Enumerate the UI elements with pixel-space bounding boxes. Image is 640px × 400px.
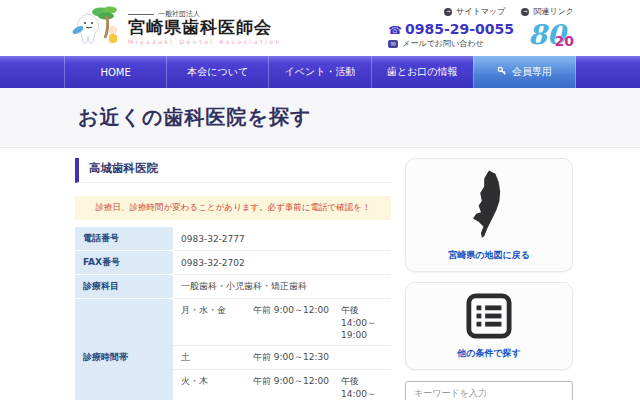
notice-banner: 診療日、診療時間が変わることがあります。必ず事前に電話で確認を！ xyxy=(75,196,391,220)
mail-link[interactable]: メールでお問い合わせ xyxy=(388,39,483,49)
hours-days: 火・木 xyxy=(181,375,253,400)
nav-item-oral-info[interactable]: 歯とお口の情報 xyxy=(371,56,473,88)
hours-am: 午前 9:00～12:00 xyxy=(253,375,341,400)
table-row: 電話番号 0983-32-2777 xyxy=(75,227,391,251)
clinic-name: 高城歯科医院 xyxy=(75,158,391,183)
key-icon xyxy=(497,66,507,78)
main-nav: HOME 本会について イベント・活動 歯とお口の情報 会員専用 xyxy=(0,56,640,88)
row-label: 診療科目 xyxy=(75,275,173,299)
header-right: サイトマップ 関連リンク 0985-29-0055 メールでお問い合わせ 80 xyxy=(388,6,574,50)
row-label: FAX番号 xyxy=(75,251,173,275)
other-conditions-link[interactable]: 他の条件で探す xyxy=(414,347,564,360)
hours-pm: 午後 14:00～18:00 xyxy=(341,375,383,400)
hours-pm: 午後 14:00～19:00 xyxy=(341,304,383,340)
row-value: 0983-32-2777 xyxy=(173,227,391,251)
site-title: 宮崎県歯科医師会 xyxy=(128,18,282,38)
nav-item-events[interactable]: イベント・活動 xyxy=(268,56,370,88)
content: 高城歯科医院 診療日、診療時間が変わることがあります。必ず事前に電話で確認を！ … xyxy=(0,148,640,400)
clinic-detail: 高城歯科医院 診療日、診療時間が変わることがあります。必ず事前に電話で確認を！ … xyxy=(75,158,391,400)
contact-block: 0985-29-0055 メールでお問い合わせ xyxy=(388,21,514,49)
miyazaki-map-icon xyxy=(463,226,515,245)
sidebar: 宮崎県の地図に戻る 他の条件で探す フリーワード検索 xyxy=(405,158,573,400)
site-subtitle-en: Miyazaki Dental Association xyxy=(128,39,282,46)
other-search-card[interactable]: 他の条件で探す xyxy=(405,282,573,370)
phone-icon xyxy=(388,21,402,39)
clinic-info-table: 電話番号 0983-32-2777 FAX番号 0983-32-2702 診療科… xyxy=(75,227,391,400)
row-value: 一般歯科・小児歯科・矯正歯科 xyxy=(173,275,391,299)
nav-item-about[interactable]: 本会について xyxy=(166,56,268,88)
map-card[interactable]: 宮崎県の地図に戻る xyxy=(405,158,573,272)
hours-am: 午前 9:00～12:30 xyxy=(253,351,341,364)
header-links: サイトマップ 関連リンク xyxy=(444,6,574,17)
site-logo[interactable]: 一般社団法人 宮崎県歯科医師会 Miyazaki Dental Associat… xyxy=(70,4,282,52)
row-value: 月・水・金 午前 9:00～12:00 午後 14:00～19:00 xyxy=(173,299,391,346)
logo-8020: 80 20 xyxy=(528,20,574,50)
row-value: 土 午前 9:00～12:30 xyxy=(173,346,391,370)
arrow-circle-icon xyxy=(444,8,452,16)
row-value: 火・木 午前 9:00～12:00 午後 14:00～18:00 xyxy=(173,370,391,400)
back-to-map-link[interactable]: 宮崎県の地図に戻る xyxy=(414,249,564,262)
arrow-circle-icon xyxy=(521,8,529,16)
table-row: 診療科目 一般歯科・小児歯科・矯正歯科 xyxy=(75,275,391,299)
table-row-hours: 診療時間帯 月・水・金 午前 9:00～12:00 午後 14:00～19:00 xyxy=(75,299,391,346)
row-value: 0983-32-2702 xyxy=(173,251,391,275)
hours-days: 土 xyxy=(181,351,253,364)
phone-link[interactable]: 0985-29-0055 xyxy=(388,21,514,39)
page-title: お近くの歯科医院を探す xyxy=(78,104,311,131)
nav-item-members[interactable]: 会員専用 xyxy=(473,56,576,88)
header-contact-row: 0985-29-0055 メールでお問い合わせ 80 20 xyxy=(388,20,574,50)
logo-text: 一般社団法人 宮崎県歯科医師会 Miyazaki Dental Associat… xyxy=(128,10,282,45)
related-links-link[interactable]: 関連リンク xyxy=(521,6,574,17)
nav-item-home[interactable]: HOME xyxy=(64,56,166,88)
table-row: FAX番号 0983-32-2702 xyxy=(75,251,391,275)
logo-mascots-icon xyxy=(70,4,122,52)
keyword-input[interactable] xyxy=(405,381,573,400)
title-band: お近くの歯科医院を探す xyxy=(0,88,640,148)
sitemap-link[interactable]: サイトマップ xyxy=(444,6,505,17)
row-label: 診療時間帯 xyxy=(75,299,173,400)
header: 一般社団法人 宮崎県歯科医師会 Miyazaki Dental Associat… xyxy=(0,0,640,56)
list-icon xyxy=(466,324,512,343)
hours-am: 午前 9:00～12:00 xyxy=(253,304,341,340)
mail-icon xyxy=(388,40,398,48)
row-label: 電話番号 xyxy=(75,227,173,251)
hours-days: 月・水・金 xyxy=(181,304,253,340)
